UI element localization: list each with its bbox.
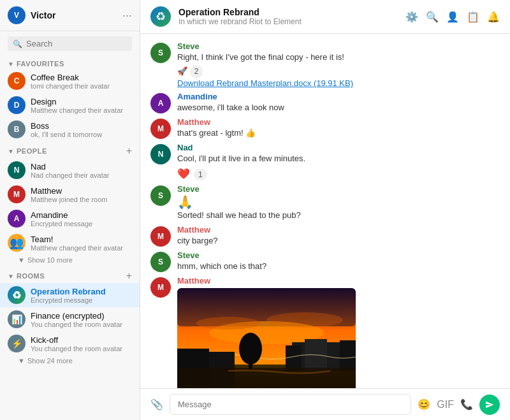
- sidebar-item-kickoff[interactable]: ⚡ Kick-off You changed the room avatar: [0, 331, 140, 356]
- avatar-amandine-msg: A: [150, 93, 171, 113]
- search-input[interactable]: [26, 39, 133, 48]
- avatar-matthew-msg2: M: [150, 226, 171, 247]
- matthew-sub: Matthew joined the room: [31, 196, 132, 203]
- members-icon[interactable]: 👤: [446, 11, 459, 23]
- call-icon[interactable]: 📞: [460, 398, 473, 410]
- add-person-icon[interactable]: +: [126, 145, 132, 157]
- avatar-steve-3: S: [150, 252, 171, 272]
- sidebar-item-nad[interactable]: N Nad Nad changed their avatar: [0, 158, 140, 182]
- search-box: 🔍 ⊙: [8, 36, 132, 51]
- send-icon: [485, 400, 494, 409]
- gif-icon[interactable]: GIF: [437, 399, 454, 410]
- emoji-icon[interactable]: 😊: [418, 398, 430, 410]
- team-sub: Matthew changed their avatar: [31, 244, 132, 252]
- sidebar-header: V Victor ···: [0, 0, 140, 31]
- operation-rebrand-sub: Encrypted message: [31, 296, 132, 304]
- avatar-nad: N: [8, 161, 26, 179]
- reaction-badge[interactable]: 1: [194, 169, 207, 180]
- msg-author: Steve: [177, 41, 500, 51]
- amandine-sub: Encrypted message: [31, 220, 132, 228]
- show-more-people-chevron: ▼: [18, 256, 25, 264]
- msg-author: Matthew: [177, 276, 500, 286]
- people-chevron: ▼: [8, 148, 14, 155]
- message-row: A Amandine awesome, i'll take a look now: [150, 92, 500, 113]
- message-row: S Steve 🙏 Sorted! shall we head to the p…: [150, 184, 500, 221]
- msg-author: Steve: [177, 250, 500, 260]
- msg-author: Matthew: [177, 225, 500, 235]
- chat-room-avatar: ♻: [150, 6, 171, 27]
- msg-text: Sorted! shall we head to the pub?: [177, 210, 500, 221]
- svg-point-3: [196, 317, 260, 329]
- operation-rebrand-name: Operation Rebrand: [31, 287, 132, 296]
- notifications-icon[interactable]: 🔔: [487, 11, 500, 23]
- msg-author: Steve: [177, 184, 500, 194]
- gear-icon[interactable]: ⚙️: [405, 11, 418, 23]
- rooms-section-header[interactable]: ▼ ROOMS +: [0, 266, 140, 283]
- add-room-icon[interactable]: +: [126, 270, 132, 282]
- amandine-name: Amandine: [31, 210, 132, 220]
- msg-download-link[interactable]: Download Rebrand Masterplan.docx (19.91 …: [177, 78, 500, 88]
- sidebar-item-design[interactable]: D Design Matthew changed their avatar: [0, 93, 140, 117]
- msg-text: hmm, which one is that?: [177, 261, 500, 272]
- msg-author: Amandine: [177, 92, 500, 101]
- show-more-rooms[interactable]: ▼ Show 24 more: [0, 356, 140, 367]
- sidebar-body: ▼ FAVOURITES C Coffee Break tomi changed…: [0, 56, 140, 420]
- msg-text: awesome, i'll take a look now: [177, 102, 500, 113]
- chat-room-name: Operation Rebrand: [178, 7, 398, 17]
- boss-sub: ok, I'll send it tomorrow: [31, 131, 132, 138]
- msg-emoji-rocket: 🚀 2: [177, 63, 500, 78]
- boss-name: Boss: [31, 121, 132, 131]
- user-avatar: V: [8, 6, 26, 24]
- team-name: Team!: [31, 235, 132, 244]
- matthew-name: Matthew: [31, 186, 132, 196]
- avatar-matthew-msg1: M: [150, 119, 171, 139]
- design-sub: Matthew changed their avatar: [31, 106, 132, 114]
- message-row: M Matthew city barge?: [150, 225, 500, 247]
- message-input[interactable]: [170, 394, 411, 415]
- msg-text: city barge?: [177, 235, 500, 247]
- search-container: 🔍 ⊙: [0, 31, 140, 56]
- chat-body: S Steve Right, I think I've got the fina…: [140, 34, 510, 388]
- chat-header: ♻ Operation Rebrand In which we rebrand …: [140, 0, 510, 34]
- reaction-badge[interactable]: 2: [190, 65, 203, 78]
- send-button[interactable]: [479, 395, 500, 415]
- chat-header-icons: ⚙️ 🔍 👤 📋 🔔: [405, 11, 500, 23]
- sidebar-item-operation-rebrand[interactable]: ♻ Operation Rebrand Encrypted message: [0, 283, 140, 307]
- msg-image[interactable]: [177, 288, 356, 388]
- show-more-people-label: Show 10 more: [27, 256, 73, 264]
- svg-rect-7: [286, 345, 302, 371]
- avatar-coffee-break: C: [8, 72, 26, 90]
- files-icon[interactable]: 📋: [467, 11, 479, 23]
- chat-room-sub: In which we rebrand Riot to Element: [178, 17, 398, 26]
- sidebar-item-coffee-break[interactable]: C Coffee Break tomi changed their avatar: [0, 69, 140, 93]
- avatar-design: D: [8, 96, 26, 114]
- msg-author: Matthew: [177, 117, 500, 127]
- show-more-people[interactable]: ▼ Show 10 more: [0, 255, 140, 266]
- svg-point-4: [266, 312, 343, 328]
- sidebar-item-amandine[interactable]: A Amandine Encrypted message: [0, 206, 140, 231]
- finance-sub: You changed the room avatar: [31, 321, 132, 328]
- msg-emoji-pray: 🙏: [177, 194, 500, 210]
- message-row: M Matthew: [150, 276, 500, 388]
- msg-text: Right, I think I've got the final copy -…: [177, 52, 500, 63]
- sidebar-item-team[interactable]: 👥 Team! Matthew changed their avatar: [0, 231, 140, 255]
- user-menu-icon[interactable]: ···: [122, 9, 132, 22]
- search-members-icon[interactable]: 🔍: [426, 11, 439, 23]
- chat-input-area: 📎 😊 GIF 📞: [140, 388, 510, 420]
- favourites-section-header[interactable]: ▼ FAVOURITES: [0, 56, 140, 69]
- avatar-matthew: M: [8, 185, 26, 203]
- sidebar-item-boss[interactable]: B Boss ok, I'll send it tomorrow: [0, 117, 140, 141]
- avatar-boss: B: [8, 120, 26, 138]
- message-row: N Nad Cool, i'll put it live in a few mi…: [150, 143, 500, 180]
- avatar-kickoff: ⚡: [8, 335, 26, 352]
- svg-point-11: [239, 333, 262, 365]
- show-more-rooms-chevron: ▼: [18, 357, 25, 365]
- search-icon: 🔍: [13, 40, 22, 48]
- attachment-icon[interactable]: 📎: [150, 398, 163, 410]
- show-more-rooms-label: Show 24 more: [27, 357, 73, 365]
- people-section-header[interactable]: ▼ PEOPLE +: [0, 141, 140, 158]
- sidebar-item-matthew[interactable]: M Matthew Matthew joined the room: [0, 182, 140, 206]
- sidebar-item-finance[interactable]: 📊 Finance (encrypted) You changed the ro…: [0, 307, 140, 331]
- avatar-amandine: A: [8, 210, 26, 228]
- msg-text: that's great - lgtm! 👍: [177, 127, 500, 139]
